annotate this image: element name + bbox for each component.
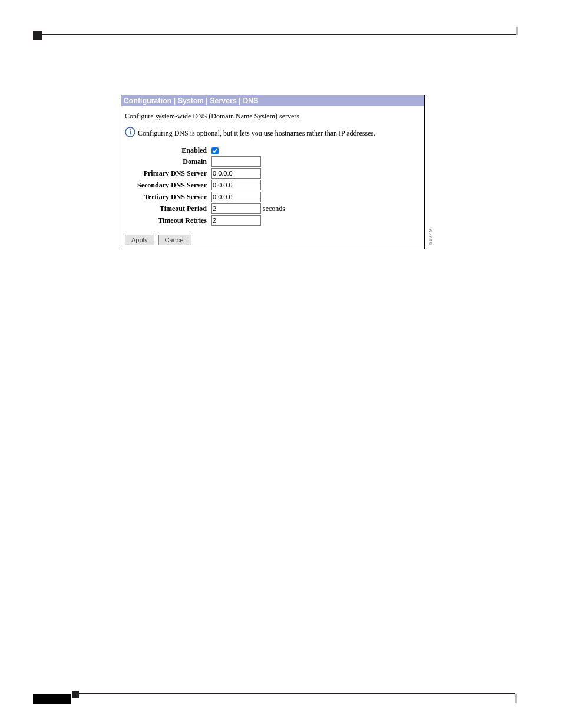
info-icon (125, 127, 135, 140)
label-timeout-retries: Timeout Retries (125, 215, 209, 226)
label-primary: Primary DNS Server (125, 167, 209, 179)
svg-rect-2 (130, 131, 131, 135)
page-corner-marker (33, 31, 42, 40)
page-bottom-rule (79, 693, 515, 694)
apply-button[interactable]: Apply (125, 235, 154, 245)
tertiary-dns-input[interactable] (211, 192, 261, 202)
panel-note-text: Configuring DNS is optional, but it lets… (138, 129, 375, 138)
enabled-checkbox[interactable] (211, 147, 219, 154)
label-tertiary: Tertiary DNS Server (125, 191, 209, 203)
primary-dns-input[interactable] (211, 168, 261, 179)
page-top-right-tick (516, 27, 518, 35)
row-domain: Domain (125, 156, 287, 167)
dns-config-panel: Configuration | System | Servers | DNS C… (121, 95, 425, 249)
cancel-button[interactable]: Cancel (158, 235, 191, 245)
timeout-period-suffix: seconds (263, 205, 285, 213)
page-footer-block (33, 694, 71, 704)
label-enabled: Enabled (125, 146, 209, 156)
page-footer-square (72, 691, 79, 698)
domain-input[interactable] (211, 156, 261, 167)
row-timeout-retries: Timeout Retries (125, 215, 287, 226)
label-secondary: Secondary DNS Server (125, 179, 209, 191)
svg-point-1 (130, 129, 131, 131)
secondary-dns-input[interactable] (211, 180, 261, 190)
panel-note-row: Configuring DNS is optional, but it lets… (121, 124, 424, 146)
panel-description: Configure system-wide DNS (Domain Name S… (121, 106, 424, 124)
fields-table: Enabled Domain Primary DNS Server Second… (125, 146, 287, 226)
row-primary: Primary DNS Server (125, 167, 287, 179)
label-timeout-period: Timeout Period (125, 203, 209, 215)
button-row: Apply Cancel (121, 226, 424, 249)
row-secondary: Secondary DNS Server (125, 179, 287, 191)
page-bottom-right-tick (515, 694, 517, 703)
row-timeout-period: Timeout Period seconds (125, 203, 287, 215)
timeout-period-input[interactable] (211, 203, 261, 214)
label-domain: Domain (125, 156, 209, 167)
row-enabled: Enabled (125, 146, 287, 156)
row-tertiary: Tertiary DNS Server (125, 191, 287, 203)
figure-id: 61749 (428, 229, 433, 245)
page-top-rule (33, 34, 516, 35)
breadcrumb: Configuration | System | Servers | DNS (121, 95, 424, 106)
timeout-retries-input[interactable] (211, 215, 261, 226)
